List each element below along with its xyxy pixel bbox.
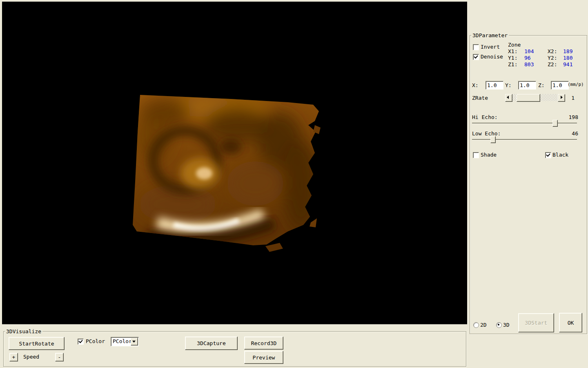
chevron-down-icon <box>132 341 136 343</box>
scale-z-input[interactable] <box>551 81 569 90</box>
app-window: { "colors": { "window_bg": "#ece9d8", "v… <box>0 0 588 368</box>
zrate-label: ZRate <box>472 95 488 101</box>
low-echo-slider-thumb[interactable] <box>490 136 496 143</box>
record-3d-button[interactable]: Record3D <box>244 337 283 350</box>
zone-row-y: Y1: 96 Y2: 180 <box>508 55 585 61</box>
pcolor-dropdown-value: PColor <box>113 338 132 344</box>
shade-checkbox-label: Shade <box>481 152 497 158</box>
low-echo-slider-track[interactable] <box>472 139 577 140</box>
zone-z1-value: 803 <box>524 61 548 68</box>
low-echo-value: 46 <box>572 130 578 137</box>
scale-y-input[interactable] <box>518 81 536 90</box>
mode-3d-radio-label: 3D <box>503 322 510 328</box>
zone-y1-label: Y1: <box>508 55 524 61</box>
zone-x2-value: 189 <box>563 48 572 55</box>
zrate-scroll-right-button[interactable] <box>558 94 565 102</box>
render-viewport[interactable] <box>2 2 467 324</box>
scale-x-input[interactable] <box>486 81 503 90</box>
denoise-checkbox-label: Denoise <box>481 54 503 60</box>
black-checkbox-label: Black <box>552 152 568 158</box>
visualize-groupbox-title: 3DVisualize <box>5 328 42 334</box>
zrate-scrollbar-thumb[interactable] <box>517 94 540 102</box>
zone-x1-label: X1: <box>508 48 524 55</box>
hi-echo-value: 198 <box>569 114 578 120</box>
arrow-left-icon <box>507 96 509 99</box>
zone-y1-value: 96 <box>524 55 548 61</box>
zone-row-x: X1: 104 X2: 189 <box>508 48 585 55</box>
pcolor-checkbox[interactable] <box>78 339 84 345</box>
shade-checkbox[interactable] <box>473 152 479 158</box>
zone-z2-value: 941 <box>563 61 572 68</box>
start-3d-button[interactable]: 3DStart <box>518 313 554 332</box>
mode-2d-radio-label: 2D <box>480 322 487 328</box>
mode-2d-radio[interactable] <box>473 322 479 328</box>
hi-echo-slider-thumb[interactable] <box>552 120 558 127</box>
zone-x2-label: X2: <box>548 48 563 55</box>
zone-row-z: Z1: 803 Z2: 941 <box>508 61 585 68</box>
pcolor-dropdown[interactable]: PColor <box>111 337 139 346</box>
low-echo-label: Low Echo: <box>472 130 501 137</box>
scale-unit-label: (mm/p) <box>568 81 584 88</box>
pcolor-checkbox-label: PColor <box>86 338 105 344</box>
speed-label: Speed <box>23 354 39 360</box>
low-echo-slider[interactable] <box>472 136 577 143</box>
start-rotate-button[interactable]: StartRotate <box>9 337 65 350</box>
dropdown-arrow-button[interactable] <box>131 338 138 346</box>
visualize-groupbox: 3DVisualize StartRotate PColor PColor 3D… <box>3 331 466 367</box>
zrate-value: 1 <box>571 95 575 101</box>
speed-decrease-button[interactable]: - <box>55 353 64 361</box>
preview-button[interactable]: Preview <box>244 351 283 364</box>
zrate-scroll-left-button[interactable] <box>505 94 512 102</box>
ultrasound-volume-render <box>2 2 467 324</box>
zone-z2-label: Z2: <box>548 61 563 68</box>
mode-3d-radio[interactable] <box>496 322 502 328</box>
parameter-groupbox: 3DParameter Invert Denoise Zone X1: 104 … <box>470 35 587 334</box>
invert-checkbox[interactable] <box>473 44 479 50</box>
scale-x-label: X: <box>472 82 479 88</box>
volume-body <box>125 88 329 255</box>
hi-echo-slider[interactable] <box>472 120 577 126</box>
arrow-right-icon <box>561 96 563 99</box>
black-checkbox[interactable] <box>545 152 551 158</box>
hi-echo-slider-track[interactable] <box>472 123 577 124</box>
invert-checkbox-label: Invert <box>481 44 500 50</box>
zone-y2-value: 180 <box>563 55 572 61</box>
zone-z1-label: Z1: <box>508 61 524 68</box>
capture-3d-button[interactable]: 3DCapture <box>185 337 238 350</box>
speed-increase-button[interactable]: + <box>9 353 18 361</box>
scale-z-label: Z: <box>538 82 545 88</box>
zone-x1-value: 104 <box>524 48 548 55</box>
zrate-scrollbar-track[interactable] <box>512 94 558 101</box>
denoise-checkbox[interactable] <box>473 54 479 60</box>
parameter-groupbox-title: 3DParameter <box>471 32 509 38</box>
ok-button[interactable]: OK <box>559 313 582 332</box>
zrate-scrollbar[interactable] <box>505 94 565 101</box>
zone-title: Zone <box>508 42 585 48</box>
hi-echo-label: Hi Echo: <box>472 114 498 120</box>
zone-y2-label: Y2: <box>548 55 563 61</box>
zone-readout: Zone X1: 104 X2: 189 Y1: 96 Y2: 180 Z1: … <box>508 42 585 68</box>
scale-y-label: Y: <box>505 82 512 88</box>
